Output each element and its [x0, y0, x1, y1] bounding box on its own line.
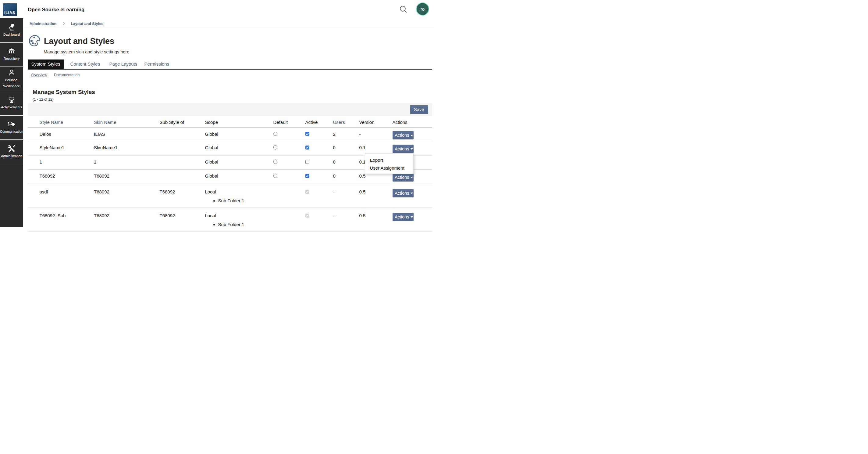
avatar-initials: ro: [421, 6, 425, 11]
sidebar-item-label: Repository: [4, 56, 20, 62]
person-icon: [8, 69, 16, 77]
actions-button-label: Actions: [395, 146, 409, 151]
breadcrumb-administration[interactable]: Administration: [30, 22, 56, 26]
cell-version: 0.5: [359, 208, 393, 227]
search-button[interactable]: [397, 3, 410, 16]
sidebar-item-dashboard[interactable]: Dashboard: [0, 18, 23, 43]
cell-users: 0: [333, 170, 359, 184]
subtab-overview[interactable]: Overview: [31, 73, 47, 77]
subtabs-bar: Overview Documentation: [31, 73, 86, 77]
cell-skin-name: SkinName1: [94, 141, 160, 155]
active-checkbox-disabled: [305, 190, 309, 194]
main-content: Layout and Styles Manage system skin and…: [23, 29, 434, 227]
active-checkbox[interactable]: [305, 174, 309, 178]
cell-users: 2: [333, 128, 359, 142]
cell-style-name: StyleName1: [28, 141, 94, 155]
default-radio[interactable]: [273, 132, 278, 136]
column-header-skin-name[interactable]: Skin Name: [94, 120, 116, 125]
actions-dropdown-menu: Export User Assignment: [365, 153, 413, 174]
ilias-logo-text: ILIAS: [4, 10, 15, 15]
cell-style-name: Delos: [28, 128, 94, 142]
cell-scope: Global: [205, 170, 273, 184]
actions-button[interactable]: Actions: [393, 173, 413, 181]
active-checkbox-disabled: [305, 214, 309, 218]
actions-button[interactable]: Actions: [393, 189, 413, 197]
tab-permissions[interactable]: Permissions: [145, 59, 169, 69]
save-button[interactable]: Save: [410, 105, 428, 114]
active-checkbox[interactable]: [305, 145, 309, 149]
cell-scope-value: Local: [205, 213, 216, 218]
sidebar-item-repository[interactable]: Repository: [0, 43, 23, 67]
search-icon: [397, 3, 410, 16]
ilias-logo[interactable]: ILIAS: [3, 3, 17, 16]
column-header-style-name[interactable]: Style Name: [40, 120, 63, 125]
actions-button[interactable]: Actions: [393, 212, 413, 221]
palette-icon: [29, 35, 40, 48]
column-header-actions: Actions: [393, 116, 432, 128]
cell-scope: Local Sub Folder 1: [205, 184, 273, 208]
table-toolbar: Save: [28, 103, 432, 116]
sidebar-item-administration[interactable]: Administration: [0, 140, 23, 164]
cell-style-name: T68092_Sub: [28, 208, 94, 227]
default-radio[interactable]: [273, 145, 278, 149]
breadcrumb-chevron-icon: [62, 22, 65, 26]
column-header-sub-style-of: Sub Style of: [160, 116, 205, 128]
tools-icon: [8, 145, 16, 152]
caret-down-icon: [410, 216, 413, 218]
tab-system-styles[interactable]: System Styles: [28, 59, 64, 69]
sidebar-item-personal-workspace[interactable]: Personal Workspace: [0, 67, 23, 91]
cell-skin-name: T68092: [94, 170, 160, 184]
sidebar-item-achievements[interactable]: Achievements: [0, 91, 23, 116]
caret-down-icon: [410, 193, 413, 194]
subtab-documentation[interactable]: Documentation: [54, 73, 80, 77]
sidebar-item-label: Achievements: [1, 104, 22, 110]
section-count: (1 - 12 of 12): [33, 97, 54, 102]
active-checkbox[interactable]: [305, 132, 309, 136]
table-header-row: Style Name Skin Name Sub Style of Scope …: [28, 116, 432, 128]
cell-style-name: 1: [28, 155, 94, 170]
default-radio[interactable]: [273, 160, 278, 164]
cell-scope: Global: [205, 128, 273, 142]
caret-down-icon: [410, 135, 413, 136]
user-avatar[interactable]: ro: [416, 2, 429, 16]
top-header-bar: ILIAS Open Source eLearning ro: [0, 0, 434, 18]
sidebar-item-label: Communication: [0, 129, 23, 135]
tab-page-layouts[interactable]: Page Layouts: [110, 59, 137, 69]
sidebar-item-communication[interactable]: Communication: [0, 116, 23, 140]
cell-style-name: T68092: [28, 170, 94, 184]
trophy-icon: [8, 96, 16, 104]
actions-button[interactable]: Actions: [393, 131, 413, 139]
actions-button-open[interactable]: Actions: [393, 145, 413, 153]
column-header-users[interactable]: Users: [333, 120, 345, 125]
sidebar-item-label: Personal Workspace: [2, 77, 21, 89]
cell-version: -: [359, 128, 393, 142]
cell-sub-style-of: [160, 128, 205, 142]
cell-sub-style-of: [160, 155, 205, 170]
menu-item-export[interactable]: Export: [365, 156, 413, 164]
cell-skin-name: T68092: [94, 208, 160, 227]
menu-item-user-assignment[interactable]: User Assignment: [365, 164, 413, 172]
cell-sub-style-of: T68092: [160, 184, 205, 208]
tabs-bar: System Styles Content Styles Page Layout…: [28, 59, 432, 69]
scope-sub-folder: Sub Folder 1: [218, 221, 273, 227]
lamp-icon: [8, 23, 16, 31]
active-checkbox[interactable]: [305, 160, 309, 164]
cell-default-empty: [273, 208, 305, 227]
column-header-active: Active: [305, 116, 333, 128]
table-row: Delos ILIAS Global 2 - Actions: [28, 128, 432, 142]
museum-icon: [8, 47, 16, 55]
cell-skin-name: 1: [94, 155, 160, 170]
sidebar-item-label: Dashboard: [3, 32, 20, 38]
main-sidebar: Dashboard Repository Personal Workspace: [0, 18, 23, 227]
cell-users: 0: [333, 155, 359, 170]
breadcrumb-layout-and-styles[interactable]: Layout and Styles: [71, 22, 103, 26]
column-header-version: Version: [359, 116, 393, 128]
cell-skin-name: ILIAS: [94, 128, 160, 142]
section-title: Manage System Styles: [33, 89, 95, 95]
table-row: T68092_Sub T68092 T68092 Local Sub Folde…: [28, 208, 432, 227]
cell-users: -: [333, 208, 359, 227]
tabs-underline: [28, 69, 432, 69]
tab-content-styles[interactable]: Content Styles: [70, 59, 100, 69]
cell-sub-style-of: [160, 141, 205, 155]
default-radio[interactable]: [273, 174, 278, 178]
